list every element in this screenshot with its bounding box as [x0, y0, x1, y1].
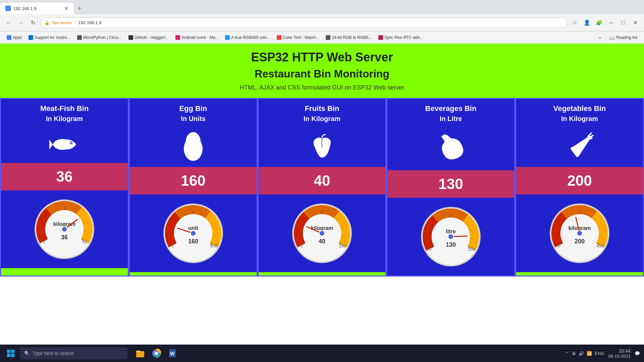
page-content: ESP32 HTTP Web Server Restaurant Bin Mon… — [0, 44, 644, 277]
bin-value-display: 40 — [259, 167, 385, 194]
browser-tab[interactable]: 192.168.1.9 ✕ — [0, 3, 74, 14]
search-icon: 🔍 — [24, 351, 30, 356]
taskbar-word[interactable]: W — [165, 346, 180, 361]
svg-rect-106 — [11, 350, 14, 353]
bookmark-label: Apps — [13, 35, 22, 40]
bin-icon-carrot — [516, 126, 643, 167]
bin-unit-label: In Litre — [390, 115, 512, 123]
start-button[interactable] — [4, 347, 17, 360]
taskbar-system-icons: ⌃ 🖥 🔊 📶 ENG — [565, 351, 604, 356]
bin-gauge: 0180kilogram40 — [259, 194, 385, 272]
svg-text:40: 40 — [319, 238, 325, 245]
svg-text:800: 800 — [210, 243, 217, 248]
security-text: Not secure — [52, 20, 72, 25]
search-placeholder-text: Type here to search — [33, 351, 74, 356]
back-button[interactable]: ← — [4, 18, 13, 27]
bookmarks-more-button[interactable]: » — [596, 35, 604, 41]
extensions-button[interactable]: 🧩 — [594, 18, 604, 27]
bookmark-favicon — [225, 35, 230, 40]
maximize-button[interactable]: □ — [619, 18, 628, 27]
notification-icon[interactable]: 💬 — [635, 351, 640, 356]
bookmark-label: MicroPython | Circu... — [83, 35, 121, 40]
reading-list-button[interactable]: 📖 Reading list — [606, 34, 640, 41]
bin-gauge: 0800unit160 — [130, 194, 257, 272]
svg-text:36: 36 — [61, 234, 68, 241]
bookmark-apps[interactable]: Apps — [4, 35, 24, 41]
svg-rect-107 — [7, 354, 10, 357]
network-icon: 📶 — [587, 351, 592, 356]
minimize-button[interactable]: ─ — [606, 18, 616, 27]
bin-card-egg-bin: Egg BinIn Units 1600800unit160 — [129, 98, 258, 277]
bookmark-android[interactable]: Android icons - Ma... — [173, 35, 221, 41]
windows-icon — [7, 349, 15, 357]
bin-value-display: 200 — [516, 167, 643, 194]
bin-card-beverages-bin: Beverages BinIn Litre 1300150litre130 — [386, 98, 515, 277]
bin-value-display: 160 — [130, 167, 257, 194]
monitor-icon: 🖥 — [572, 351, 576, 356]
bookmark-label: Support for Vostro... — [35, 35, 70, 40]
svg-text:kilogram: kilogram — [53, 221, 76, 227]
bookmark-favicon — [77, 35, 82, 40]
svg-text:160: 160 — [188, 238, 198, 245]
refresh-button[interactable]: ↻ — [28, 18, 38, 27]
bin-card-meat-fish-bin: Meat-Fish BinIn Kilogram 36050kilogram36 — [0, 98, 129, 277]
tab-favicon — [5, 6, 11, 11]
chevron-up-icon[interactable]: ⌃ — [565, 351, 569, 356]
bin-icon-apple — [259, 126, 385, 167]
bookmark-favicon — [378, 35, 383, 40]
forward-button[interactable]: → — [16, 18, 25, 27]
bookmark-favicon — [128, 35, 133, 40]
address-bar[interactable]: 🔓 Not secure | 192.168.1.9 — [40, 17, 568, 28]
svg-text:unit: unit — [188, 225, 198, 231]
taskbar-chrome[interactable] — [149, 346, 164, 361]
address-text: 192.168.1.9 — [78, 20, 563, 25]
bookmark-micropython[interactable]: MicroPython | Circu... — [74, 35, 124, 41]
bin-unit-label: In Units — [132, 115, 254, 123]
bookmark-support[interactable]: Support for Vostro... — [26, 35, 73, 41]
tab-title: 192.168.1.9 — [13, 6, 61, 11]
time-display: 20:44 — [608, 348, 631, 354]
svg-rect-112 — [136, 352, 144, 357]
security-icon: 🔓 — [45, 20, 50, 25]
bin-gauge: 0450kilogram200 — [516, 194, 643, 272]
bookmark-rgb565[interactable]: A true RGB565 colo... — [222, 35, 273, 41]
svg-text:kilogram: kilogram — [569, 225, 591, 231]
bin-header: Meat-Fish BinIn Kilogram — [1, 99, 128, 126]
svg-text:450: 450 — [596, 243, 604, 248]
svg-line-77 — [471, 239, 472, 239]
bookmark-label: A true RGB565 colo... — [231, 35, 270, 40]
bin-name: Fruits Bin — [261, 104, 383, 113]
profile-button[interactable]: 👤 — [582, 18, 592, 27]
bookmark-24bit[interactable]: 24-bit RGB to RGB5... — [323, 35, 374, 41]
bin-gauge: 050kilogram36 — [1, 190, 128, 268]
close-button[interactable]: ✕ — [631, 18, 640, 27]
bookmark-favicon — [175, 35, 180, 40]
svg-text:200: 200 — [575, 238, 585, 245]
svg-point-42 — [191, 231, 196, 236]
taskbar-search-box[interactable]: 🔍 Type here to search — [20, 347, 127, 359]
svg-line-14 — [84, 231, 86, 232]
bookmark-github[interactable]: GitHub - rdagger/... — [126, 35, 172, 41]
svg-line-28 — [172, 235, 173, 236]
bookmark-colortool[interactable]: Color Tool - Materi... — [274, 35, 322, 41]
bookmark-favicon — [29, 35, 33, 40]
bookmark-pico[interactable]: Sync Pico RTC with... — [376, 35, 426, 41]
bin-unit-label: In Kilogram — [261, 115, 383, 123]
bookmark-label: Sync Pico RTC with... — [384, 35, 423, 40]
chrome-icon — [152, 349, 161, 358]
svg-text:0: 0 — [300, 243, 303, 248]
bin-card-fruits-bin: Fruits BinIn Kilogram 400180kilogram40 — [258, 98, 386, 277]
page-subtitle: Restaurant Bin Monitoring — [0, 68, 644, 80]
tab-close-button[interactable]: ✕ — [64, 5, 68, 12]
bin-name: Egg Bin — [132, 104, 254, 113]
taskbar-file-explorer[interactable] — [133, 346, 148, 361]
bookmark-button[interactable]: ☆ — [570, 18, 580, 27]
svg-point-62 — [319, 231, 325, 236]
svg-point-20 — [62, 227, 67, 232]
bin-name: Beverages Bin — [390, 104, 512, 113]
date-display: 08-10-2021 — [608, 354, 631, 359]
svg-text:130: 130 — [446, 241, 456, 248]
taskbar-clock[interactable]: 20:44 08-10-2021 — [608, 348, 631, 359]
new-tab-button[interactable]: + — [74, 3, 85, 14]
reading-list-label: Reading list — [616, 35, 637, 40]
